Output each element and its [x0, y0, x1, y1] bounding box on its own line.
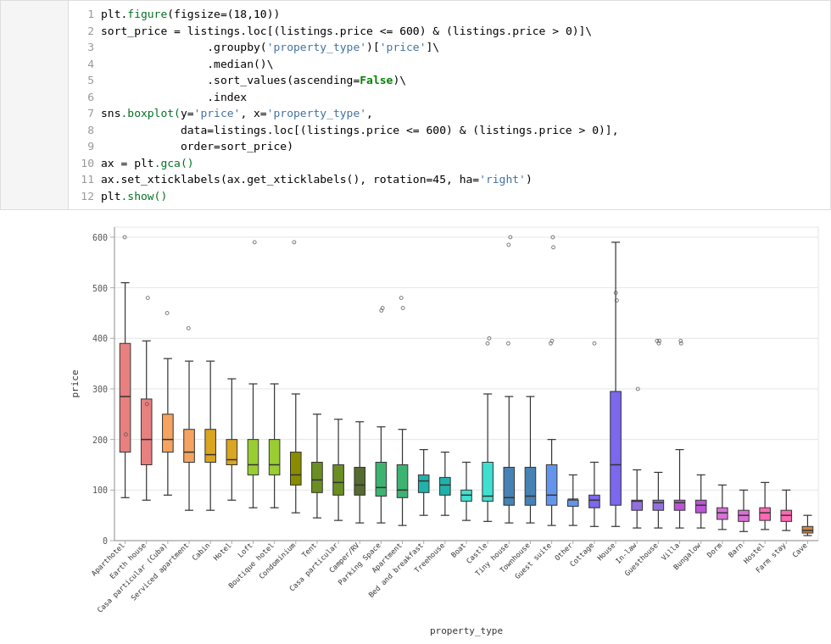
line-number: 11 — [77, 171, 94, 188]
svg-rect-227 — [717, 508, 728, 519]
line-content: sort_price = listings.loc[(listings.pric… — [101, 23, 592, 40]
line-content: .groupby('property_type')['price']\ — [101, 39, 439, 56]
boxplot-chart: 0100200300400500600priceAparthotelEarth … — [68, 210, 831, 642]
code-line: 9 order=sort_price) — [77, 138, 822, 155]
svg-rect-45 — [163, 414, 174, 452]
svg-rect-65 — [226, 440, 237, 465]
svg-rect-151 — [504, 467, 515, 505]
line-number: 3 — [77, 39, 94, 56]
svg-rect-213 — [674, 500, 685, 510]
svg-rect-78 — [269, 440, 280, 475]
svg-text:Cabin: Cabin — [190, 541, 211, 562]
svg-rect-131 — [440, 477, 451, 495]
svg-text:100: 100 — [92, 486, 108, 495]
line-number: 5 — [77, 72, 94, 89]
code-line: 3 .groupby('property_type')['price']\ — [77, 39, 822, 56]
line-number: 4 — [77, 56, 94, 73]
code-line: 5 .sort_values(ascending=False)\ — [77, 72, 822, 89]
svg-rect-125 — [418, 475, 429, 492]
svg-rect-91 — [312, 463, 323, 493]
svg-rect-189 — [611, 391, 622, 505]
svg-rect-176 — [567, 500, 578, 506]
svg-rect-52 — [184, 430, 195, 463]
svg-rect-160 — [525, 467, 536, 505]
line-content: plt.show() — [101, 188, 167, 205]
svg-rect-97 — [333, 464, 344, 495]
svg-text:Loft: Loft — [236, 541, 254, 559]
line-content: ax.set_xticklabels(ax.get_xticklabels(),… — [101, 171, 533, 188]
line-number: 12 — [77, 188, 94, 205]
line-number: 8 — [77, 122, 94, 139]
svg-text:300: 300 — [92, 385, 108, 394]
code-cell: 1plt.figure(figsize=(18,10))2sort_price … — [0, 0, 831, 210]
svg-text:Boat: Boat — [449, 541, 468, 559]
line-number: 10 — [77, 155, 94, 172]
line-number: 2 — [77, 23, 94, 40]
code-line: 2sort_price = listings.loc[(listings.pri… — [77, 23, 822, 40]
svg-rect-59 — [205, 430, 216, 463]
cell-prompt — [1, 1, 69, 209]
line-number: 1 — [77, 6, 94, 23]
svg-text:Dorm: Dorm — [706, 541, 724, 559]
code-line: 11ax.set_xticklabels(ax.get_xticklabels(… — [77, 171, 822, 188]
svg-rect-239 — [760, 508, 771, 520]
svg-rect-71 — [248, 440, 259, 475]
line-content: .sort_values(ascending=False)\ — [101, 72, 406, 89]
code-line: 4 .median()\ — [77, 56, 822, 73]
svg-text:Barn: Barn — [727, 541, 745, 559]
line-number: 7 — [77, 105, 94, 122]
svg-rect-109 — [376, 463, 387, 497]
line-number: 9 — [77, 138, 94, 155]
svg-text:Cave: Cave — [790, 541, 809, 559]
svg-rect-84 — [291, 452, 302, 486]
svg-rect-204 — [653, 500, 664, 510]
output-area: 0100200300400500600priceAparthotelEarth … — [0, 210, 831, 642]
line-content: ax = plt.gca() — [101, 155, 194, 172]
svg-text:400: 400 — [92, 334, 108, 343]
svg-text:property_type: property_type — [430, 625, 503, 636]
line-content: plt.figure(figsize=(18,10)) — [101, 6, 280, 23]
svg-rect-166 — [546, 464, 557, 505]
svg-text:200: 200 — [92, 436, 108, 445]
line-content: .index — [101, 89, 247, 106]
svg-text:price: price — [70, 369, 81, 397]
svg-rect-221 — [695, 500, 706, 513]
svg-rect-103 — [354, 467, 365, 495]
line-content: sns.boxplot(y='price', x='property_type'… — [101, 105, 373, 122]
cell-code: 1plt.figure(figsize=(18,10))2sort_price … — [69, 1, 830, 209]
svg-rect-182 — [589, 495, 600, 508]
svg-text:Tent: Tent — [300, 541, 319, 559]
svg-text:Hotel: Hotel — [212, 541, 233, 562]
svg-text:0: 0 — [103, 536, 108, 546]
line-content: order=sort_price) — [101, 138, 293, 155]
code-line: 6 .index — [77, 89, 822, 106]
line-content: data=listings.loc[(listings.price <= 600… — [101, 122, 619, 139]
code-line: 1plt.figure(figsize=(18,10)) — [77, 6, 822, 23]
code-line: 12plt.show() — [77, 188, 822, 205]
svg-rect-37 — [141, 399, 152, 465]
svg-rect-251 — [802, 526, 813, 533]
chart-container: 0100200300400500600priceAparthotelEarth … — [68, 210, 831, 642]
svg-rect-143 — [482, 463, 494, 502]
line-content: .median()\ — [101, 56, 274, 73]
svg-text:600: 600 — [92, 233, 108, 242]
code-line: 10ax = plt.gca() — [77, 155, 822, 172]
svg-rect-117 — [397, 464, 408, 497]
svg-text:500: 500 — [92, 284, 108, 293]
line-number: 6 — [77, 89, 94, 106]
code-line: 8 data=listings.loc[(listings.price <= 6… — [77, 122, 822, 139]
code-line: 7sns.boxplot(y='price', x='property_type… — [77, 105, 822, 122]
